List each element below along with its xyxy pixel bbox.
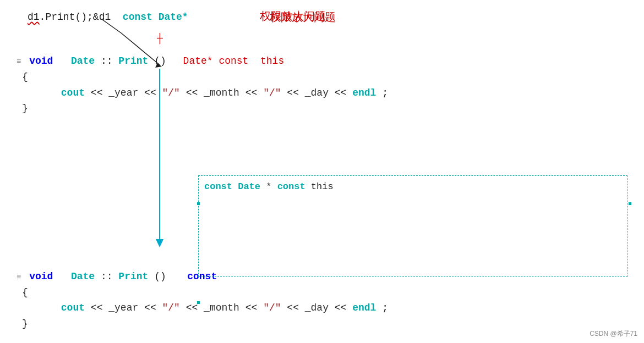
date-class-1: Date — [71, 56, 95, 67]
month-var-1: _month — [204, 87, 239, 98]
op6: << — [335, 87, 352, 98]
main-container: d1.Print();&d1 const Date* 权限放大问题 权限放大问题… — [0, 0, 644, 343]
date-class-2: Date — [71, 271, 95, 282]
const-date-star-top: const Date* — [123, 12, 188, 23]
svg-rect-6 — [629, 202, 631, 205]
day-var-2: _day — [305, 302, 329, 313]
op1b: << — [91, 302, 108, 313]
scope-1: :: — [101, 56, 113, 67]
op4: << — [245, 87, 263, 98]
const-kw-tooltip-2: const — [277, 181, 305, 192]
star-t: * — [266, 181, 277, 192]
endl-1: endl — [352, 87, 376, 98]
void-kw-2: void — [29, 271, 53, 282]
const-kw-tooltip-1: const — [204, 181, 232, 192]
semicolon-1: ; — [382, 87, 388, 98]
date-kw-tooltip: Date — [238, 181, 260, 192]
line-close-brace-2: } — [22, 316, 633, 332]
op1: << — [91, 87, 108, 98]
void-kw-1: void — [29, 56, 53, 67]
line-void-date-print-top: ≡ void Date :: Print () Date* const this — [17, 53, 633, 69]
dashed-box: const Date * const this — [198, 175, 627, 277]
gutter-1: ≡ — [17, 57, 21, 66]
line-open-brace-2: { — [22, 285, 633, 301]
op6b: << — [335, 302, 352, 313]
cout-2: cout — [61, 302, 85, 313]
scope-2: :: — [101, 271, 113, 282]
year-var-2: _year — [108, 302, 138, 313]
print-call: .Print(); — [40, 12, 93, 23]
line-cout-2: cout << _year << "/" << _month << "/" <<… — [22, 300, 633, 316]
const-tooltip-text: const Date * const this — [204, 181, 334, 192]
op3: << — [186, 87, 204, 98]
open-brace-1: { — [22, 71, 28, 82]
slash1b: "/" — [162, 302, 179, 313]
open-brace-2: { — [22, 287, 28, 298]
slash2b: "/" — [263, 302, 281, 313]
credit-text: CSDN @希子71 — [590, 329, 637, 339]
line-cout-1: cout << _year << "/" << _month << "/" <<… — [22, 85, 633, 101]
close-brace-1: } — [22, 103, 28, 114]
print-fn-2: Print — [118, 271, 148, 282]
bottom-section: const Date * const this ≡ void Date :: P… — [0, 269, 644, 332]
close-brace-2: } — [22, 318, 28, 329]
top-section: d1.Print();&d1 const Date* 权限放大问题 权限放大问题… — [0, 5, 644, 117]
slash2: "/" — [263, 87, 281, 98]
space2 — [59, 271, 65, 282]
d1-print-text: d1 — [28, 12, 40, 23]
svg-marker-4 — [156, 239, 163, 247]
op5b: << — [287, 302, 304, 313]
print-fn-1: Print — [118, 56, 148, 67]
date-star-const-this: Date* const this — [183, 56, 285, 67]
space1 — [59, 56, 65, 67]
slash1: "/" — [162, 87, 179, 98]
semicolon-2: ; — [382, 302, 388, 313]
op5: << — [287, 87, 304, 98]
endl-2: endl — [352, 302, 376, 313]
gutter-2: ≡ — [17, 273, 21, 281]
cout-1: cout — [61, 87, 85, 98]
op4b: << — [245, 302, 263, 313]
day-var-1: _day — [305, 87, 329, 98]
op2b: << — [144, 302, 162, 313]
parens-1: () — [154, 56, 166, 67]
parens-2: () — [154, 271, 166, 282]
year-var-1: _year — [108, 87, 138, 98]
ampersand-d1: &d1 — [93, 12, 111, 23]
plus-mark: ┼ — [157, 33, 163, 44]
pipe-separator — [176, 271, 182, 282]
op3b: << — [186, 302, 204, 313]
op2: << — [144, 87, 162, 98]
line-close-brace-1: } — [22, 101, 633, 117]
month-var-2: _month — [204, 302, 239, 313]
quanxian-label: 权限放大问题 — [270, 10, 336, 25]
line-open-brace-1: { — [22, 69, 633, 85]
space-t2: this — [311, 181, 334, 192]
